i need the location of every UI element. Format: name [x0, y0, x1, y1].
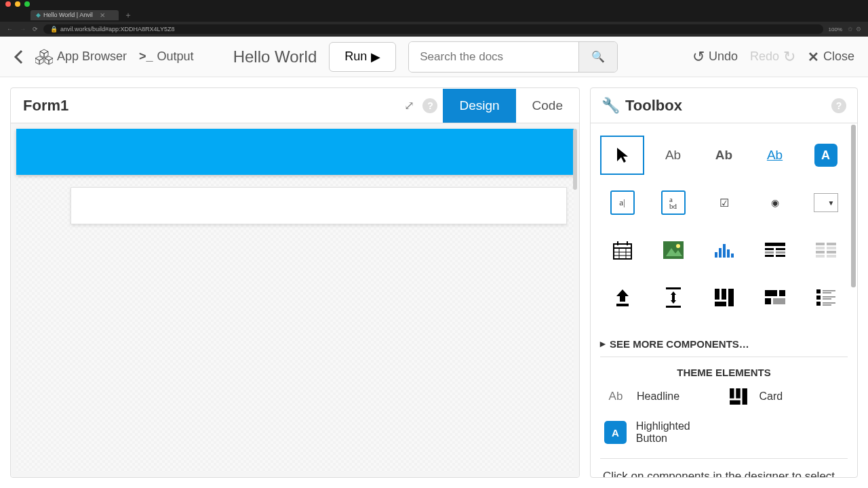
- tool-datagrid[interactable]: [753, 230, 797, 270]
- svg-point-10: [676, 244, 680, 248]
- tool-label[interactable]: Ab: [651, 136, 695, 175]
- browser-tab[interactable]: ◆ Hello World | Anvil ✕: [31, 10, 119, 20]
- svg-rect-49: [816, 302, 821, 306]
- button-icon: A: [814, 144, 837, 167]
- tool-button[interactable]: A: [804, 136, 848, 175]
- svg-rect-38: [715, 302, 726, 306]
- app-title[interactable]: Hello World: [233, 47, 317, 66]
- toolbox-body: Ab Ab Ab A a| abd ☑ ◉ ▼: [591, 123, 857, 477]
- browser-tab-bar: ◆ Hello World | Anvil ✕ ＋: [0, 8, 868, 22]
- tool-datepicker[interactable]: [600, 230, 644, 270]
- svg-rect-11: [715, 252, 717, 258]
- tool-checkbox[interactable]: ☑: [702, 183, 746, 222]
- bold-label-icon: Ab: [715, 148, 732, 163]
- close-window-icon[interactable]: [5, 1, 11, 7]
- undo-button[interactable]: ↺ Undo: [692, 48, 738, 66]
- svg-rect-53: [736, 388, 740, 399]
- svg-rect-17: [765, 248, 774, 250]
- form-header-bar[interactable]: [16, 129, 574, 175]
- toolbox-header: 🔧 Toolbox ?: [591, 88, 857, 123]
- nav-arrows: ← → ⟳: [7, 26, 38, 33]
- tool-repeating-panel[interactable]: [804, 230, 848, 270]
- tool-radio[interactable]: ◉: [753, 183, 797, 222]
- theme-elements-title: THEME ELEMENTS: [600, 357, 848, 385]
- url-field[interactable]: 🔒 anvil.works/build#app:XDDHA8RX4LY5Z8: [43, 24, 823, 34]
- app-browser-button[interactable]: App Browser: [35, 49, 127, 65]
- tool-column-panel[interactable]: [702, 278, 746, 317]
- headline-icon: Ab: [604, 385, 627, 408]
- svg-rect-51: [823, 304, 831, 306]
- svg-rect-46: [816, 296, 821, 300]
- back-button[interactable]: [14, 49, 23, 64]
- checkbox-icon: ☑: [719, 197, 729, 209]
- canvas[interactable]: [16, 129, 574, 472]
- minimize-window-icon[interactable]: [15, 1, 20, 7]
- tool-flow-panel[interactable]: [753, 278, 797, 317]
- expand-icon[interactable]: ⤢: [404, 98, 414, 113]
- tool-fileloader[interactable]: [600, 278, 644, 317]
- svg-rect-33: [672, 294, 675, 301]
- form-title: Form1: [11, 97, 404, 115]
- help-icon[interactable]: ?: [422, 98, 437, 113]
- tool-plot[interactable]: [702, 230, 746, 270]
- tool-dropdown[interactable]: ▼: [804, 183, 848, 222]
- tab-close-icon[interactable]: ✕: [100, 12, 105, 19]
- svg-rect-16: [765, 243, 785, 246]
- close-button[interactable]: ✕ Close: [808, 49, 854, 65]
- theme-highlighted-button[interactable]: A Highlighted Button: [604, 420, 722, 445]
- address-bar: ← → ⟳ 🔒 anvil.works/build#app:XDDHA8RX4L…: [0, 22, 868, 37]
- tool-spacer[interactable]: [651, 278, 695, 317]
- tool-textarea[interactable]: abd: [651, 183, 695, 222]
- tool-image[interactable]: [651, 230, 695, 270]
- svg-rect-42: [773, 298, 785, 304]
- play-icon: ▶: [371, 49, 380, 64]
- scrollbar[interactable]: [851, 125, 856, 287]
- theme-card[interactable]: Card: [727, 385, 844, 408]
- help-icon[interactable]: ?: [831, 98, 846, 113]
- spacer-icon: [665, 287, 682, 308]
- tool-pointer[interactable]: [600, 136, 644, 175]
- theme-headline[interactable]: Ab Headline: [604, 385, 722, 408]
- star-icon[interactable]: ✩: [848, 26, 853, 33]
- svg-rect-21: [765, 255, 774, 257]
- undo-label: Undo: [709, 49, 738, 64]
- maximize-window-icon[interactable]: [24, 1, 30, 7]
- back-icon[interactable]: ←: [7, 26, 13, 33]
- tab-design[interactable]: Design: [443, 89, 515, 123]
- close-label: Close: [823, 49, 854, 64]
- label-icon: Ab: [665, 148, 681, 163]
- link-icon: Ab: [767, 148, 783, 163]
- form-card[interactable]: [71, 187, 567, 224]
- search-button[interactable]: 🔍: [578, 42, 617, 72]
- tool-link[interactable]: Ab: [753, 136, 797, 175]
- svg-rect-20: [776, 251, 785, 253]
- canvas-area[interactable]: [11, 123, 579, 477]
- search-input[interactable]: [409, 42, 578, 72]
- reload-icon[interactable]: ⟳: [33, 26, 38, 33]
- new-tab-icon[interactable]: ＋: [124, 9, 132, 21]
- forward-icon[interactable]: →: [20, 26, 26, 33]
- zoom-level[interactable]: 100%: [829, 26, 842, 33]
- settings-icon[interactable]: ⚙: [856, 26, 861, 33]
- toolbox-title: 🔧 Toolbox: [601, 97, 831, 115]
- tool-label-bold[interactable]: Ab: [702, 136, 746, 175]
- tool-linear-panel[interactable]: [804, 278, 848, 317]
- url-text: anvil.works/build#app:XDDHA8RX4LY5Z8: [60, 26, 174, 33]
- tab-code[interactable]: Code: [516, 89, 579, 123]
- svg-rect-41: [765, 298, 771, 304]
- svg-rect-26: [827, 247, 836, 249]
- search-wrap: 🔍: [408, 41, 618, 73]
- workspace: Form1 ⤢ ? Design Code 🔧 Toolbox ?: [0, 77, 868, 488]
- theme-headline-label: Headline: [637, 390, 679, 403]
- designer-header: Form1 ⤢ ? Design Code: [11, 88, 579, 123]
- browser-chrome: ◆ Hello World | Anvil ✕ ＋: [0, 0, 868, 22]
- scrollbar[interactable]: [573, 129, 577, 190]
- run-button[interactable]: Run ▶: [329, 42, 396, 72]
- cursor-icon: [616, 146, 629, 164]
- svg-rect-37: [728, 289, 734, 306]
- see-more-components[interactable]: ▸ SEE MORE COMPONENTS…: [600, 331, 848, 357]
- tool-textbox[interactable]: a|: [600, 183, 644, 222]
- highlighted-button-icon: A: [604, 421, 627, 444]
- output-button[interactable]: >_ Output: [139, 49, 194, 64]
- svg-rect-55: [730, 401, 741, 405]
